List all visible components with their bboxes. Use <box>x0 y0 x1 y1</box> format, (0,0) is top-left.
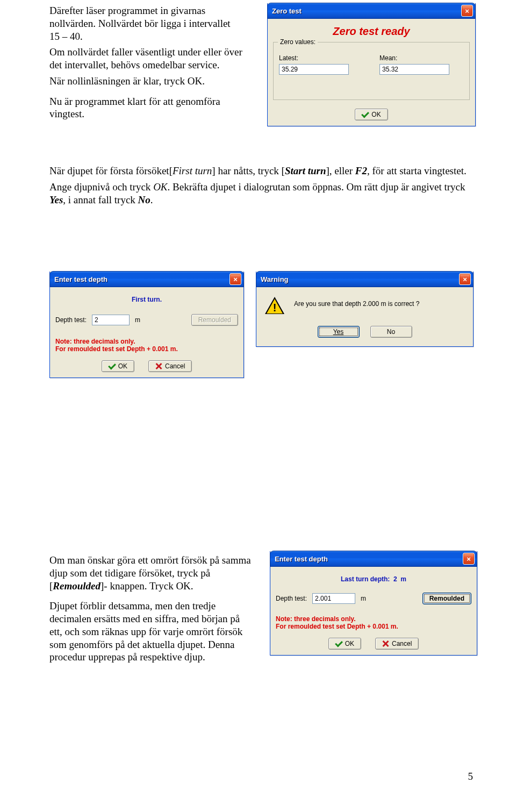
depth1-titlebar[interactable]: Enter test depth × <box>49 271 244 287</box>
close-icon[interactable]: × <box>459 273 471 285</box>
depth1-subtitle: First turn. <box>55 296 238 303</box>
depth2-ok-button[interactable]: OK <box>328 638 361 650</box>
mean-label: Mean: <box>379 54 464 62</box>
depth2-titlebar[interactable]: Enter test depth × <box>270 551 477 567</box>
close-icon[interactable]: × <box>461 5 473 17</box>
p4: Nu är programmet klart för att genomföra… <box>49 96 220 120</box>
depth2-note-line1: Note: three decimals only. <box>276 615 471 623</box>
zero-test-banner: Zero test ready <box>273 25 470 38</box>
depth1-remoulded-button[interactable]: Remoulded <box>191 314 238 326</box>
warning-icon: ! <box>265 297 284 314</box>
p1: Därefter läser programmet in givarnas no… <box>49 5 231 42</box>
warn-message: Are you sure that depth 2.000 m is corre… <box>294 297 419 308</box>
depth2-last-line: Last turn depth: 2 m <box>276 575 471 583</box>
depth2-note-line2: For remoulded test set Depth + 0.001 m. <box>276 623 471 630</box>
depth2-cancel-button[interactable]: Cancel <box>375 638 419 650</box>
cross-icon <box>382 640 389 647</box>
enter-depth-dialog-1: Enter test depth × First turn. Depth tes… <box>49 272 244 378</box>
mean-input[interactable] <box>379 64 449 75</box>
depth2-title: Enter test depth <box>275 555 463 563</box>
zero-values-legend: Zero values: <box>278 38 318 46</box>
lower-text-block: Om man önskar göra ett omrört försök på … <box>49 554 254 667</box>
mid-text-block: När djupet för första försöket[First tur… <box>49 165 474 209</box>
latest-input[interactable] <box>279 64 349 75</box>
depth1-note-line1: Note: three decimals only. <box>55 338 238 345</box>
cross-icon <box>155 363 162 369</box>
depth1-cancel-button[interactable]: Cancel <box>148 360 192 372</box>
p2: Om nollvärdet faller väsentligt under el… <box>49 46 242 70</box>
depth1-title: Enter test depth <box>54 275 230 283</box>
check-icon <box>362 111 368 118</box>
depth2-unit: m <box>361 595 366 602</box>
zero-test-dialog: Zero test × Zero test ready Zero values:… <box>267 3 476 126</box>
close-icon[interactable]: × <box>463 553 475 565</box>
enter-depth-dialog-2: Enter test depth × Last turn depth: 2 m … <box>270 551 477 656</box>
check-icon <box>335 640 342 647</box>
zero-test-titlebar[interactable]: Zero test × <box>267 3 476 19</box>
warn-no-button[interactable]: No <box>370 326 412 338</box>
depth1-note-line2: For remoulded test set Depth + 0.001 m. <box>55 345 238 353</box>
depth1-label: Depth test: <box>55 316 87 324</box>
intro-text-block: Därefter läser programmet in givarnas no… <box>49 4 243 124</box>
page-number: 5 <box>468 771 474 782</box>
depth1-input[interactable] <box>92 315 130 325</box>
depth2-input[interactable] <box>312 593 355 604</box>
p3: När nollinläsningen är klar, tryck OK. <box>49 75 205 87</box>
check-icon <box>109 363 115 369</box>
warn-titlebar[interactable]: Warning × <box>256 271 474 287</box>
depth2-label: Depth test: <box>276 595 307 602</box>
depth1-ok-button[interactable]: OK <box>102 360 134 372</box>
warning-dialog: Warning × ! Are you sure that depth 2.00… <box>256 272 474 347</box>
depth2-remoulded-button[interactable]: Remoulded <box>422 593 471 604</box>
depth1-unit: m <box>135 316 140 324</box>
zero-test-title: Zero test <box>272 7 461 15</box>
p8: Djupet förblir detsamma, men den tredje … <box>49 600 242 663</box>
latest-label: Latest: <box>279 54 363 62</box>
warn-yes-button[interactable]: Yes <box>318 326 360 338</box>
warn-title: Warning <box>261 275 459 283</box>
zero-values-group: Zero values: Latest: Mean: <box>273 42 470 100</box>
zero-ok-button[interactable]: OK <box>355 109 388 120</box>
close-icon[interactable]: × <box>230 273 241 285</box>
